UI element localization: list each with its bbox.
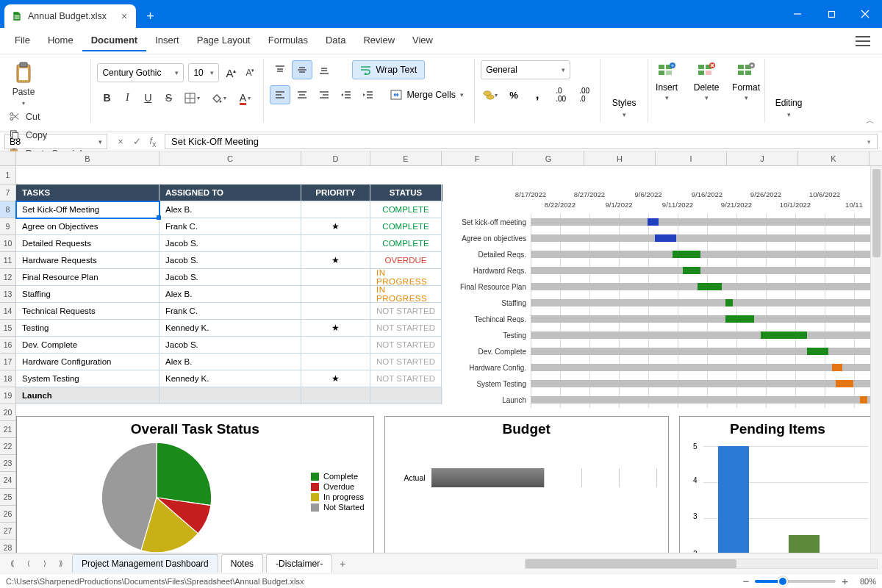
font-family-dropdown[interactable]: Century Gothic▾ — [97, 63, 184, 82]
document-tab[interactable]: Annual Budget.xlsx × — [4, 4, 136, 28]
menu-document[interactable]: Document — [82, 30, 147, 51]
row-header-1[interactable]: 1 — [0, 166, 16, 184]
underline-button[interactable]: U — [138, 88, 157, 107]
increase-decimal-button[interactable]: .0.00 — [551, 85, 570, 104]
accept-formula-button[interactable]: ✓ — [129, 136, 144, 147]
strikethrough-button[interactable]: S — [159, 88, 178, 107]
decrease-font-button[interactable]: A▾ — [243, 68, 257, 78]
row-header-16[interactable]: 16 — [0, 337, 16, 354]
tab-close-icon[interactable]: × — [121, 10, 127, 22]
percent-button[interactable]: % — [504, 85, 523, 104]
table-row[interactable]: Dev. CompleteJacob S.NOT STARTED — [16, 337, 442, 354]
table-row[interactable]: System TestingKennedy K.★NOT STARTED — [16, 370, 442, 387]
col-header-J[interactable]: J — [727, 151, 798, 165]
horizontal-scrollbar[interactable] — [525, 559, 878, 569]
collapse-ribbon-button[interactable]: ︿ — [866, 115, 875, 127]
sheet-tab[interactable]: Notes — [221, 554, 263, 573]
row-header-22[interactable]: 22 — [0, 438, 16, 455]
copy-button[interactable]: Copy — [9, 129, 82, 140]
vertical-scrollbar[interactable] — [870, 166, 882, 553]
row-header-14[interactable]: 14 — [0, 303, 16, 320]
row-header-23[interactable]: 23 — [0, 455, 16, 472]
increase-indent-button[interactable] — [358, 85, 379, 104]
row-header-8[interactable]: 8 — [0, 201, 16, 218]
col-header-D[interactable]: D — [301, 151, 370, 165]
bold-button[interactable]: B — [97, 88, 116, 107]
menu-file[interactable]: File — [6, 30, 39, 51]
sheet-nav-prev[interactable]: ⟨ — [21, 556, 37, 572]
menu-view[interactable]: View — [404, 30, 442, 51]
maximize-button[interactable] — [814, 0, 848, 28]
table-row[interactable]: Hardware RequestsJacob S.★OVERDUE — [16, 252, 442, 269]
currency-button[interactable]: ▾ — [481, 85, 500, 104]
col-header-I[interactable]: I — [656, 151, 727, 165]
col-header-F[interactable]: F — [442, 151, 513, 165]
increase-font-button[interactable]: A▴ — [223, 67, 238, 79]
decrease-indent-button[interactable] — [336, 85, 356, 104]
number-format-dropdown[interactable]: General▾ — [481, 60, 570, 79]
sheet-tab[interactable]: Project Management Dashboard — [72, 554, 218, 573]
col-header-E[interactable]: E — [370, 151, 442, 165]
table-row[interactable]: Detailed RequestsJacob S.COMPLETE — [16, 235, 442, 252]
borders-button[interactable]: ▾ — [179, 88, 204, 107]
col-header-G[interactable]: G — [513, 151, 584, 165]
delete-cells-button[interactable]: Delete▾ — [688, 62, 725, 127]
table-row[interactable]: Agree on ObjectivesFrank C.★COMPLETE — [16, 218, 442, 235]
table-row[interactable]: Technical RequestsFrank C.NOT STARTED — [16, 303, 442, 320]
row-header-13[interactable]: 13 — [0, 286, 16, 303]
zoom-slider[interactable] — [755, 580, 836, 583]
italic-button[interactable]: I — [118, 88, 137, 107]
menu-insert[interactable]: Insert — [146, 30, 188, 51]
row-header-15[interactable]: 15 — [0, 320, 16, 337]
font-size-dropdown[interactable]: 10▾ — [188, 63, 219, 82]
sheet-nav-last[interactable]: ⟫ — [53, 556, 69, 572]
cut-button[interactable]: Cut — [9, 111, 82, 122]
select-all-corner[interactable] — [0, 151, 16, 165]
col-header-B[interactable]: B — [16, 151, 159, 165]
minimize-button[interactable] — [781, 0, 814, 28]
menu-review[interactable]: Review — [354, 30, 404, 51]
zoom-in-button[interactable]: + — [842, 575, 848, 587]
col-header-H[interactable]: H — [584, 151, 656, 165]
row-header-11[interactable]: 11 — [0, 252, 16, 269]
row-header-17[interactable]: 17 — [0, 354, 16, 370]
fill-color-button[interactable]: ▾ — [206, 88, 231, 107]
fx-button[interactable]: fx — [146, 135, 160, 148]
row-header-12[interactable]: 12 — [0, 269, 16, 286]
paste-button[interactable]: Paste ▾ — [6, 57, 41, 107]
row-header-19[interactable]: 19 — [0, 387, 16, 404]
align-left-button[interactable] — [270, 85, 290, 104]
row-header-27[interactable]: 27 — [0, 523, 16, 539]
table-row[interactable]: Set Kick-Off MeetingAlex B.COMPLETE — [16, 201, 442, 218]
decrease-decimal-button[interactable]: .00.0 — [575, 85, 594, 104]
align-center-button[interactable] — [292, 85, 312, 104]
row-header-10[interactable]: 10 — [0, 235, 16, 252]
wrap-text-button[interactable]: Wrap Text — [352, 60, 425, 79]
formula-input[interactable]: Set Kick-Off Meeting▾ — [165, 134, 878, 149]
new-tab-button[interactable]: + — [136, 4, 165, 28]
row-header-24[interactable]: 24 — [0, 472, 16, 489]
font-color-button[interactable]: A▾ — [232, 88, 257, 107]
align-middle-button[interactable] — [292, 60, 312, 79]
sheet-nav-next[interactable]: ⟩ — [37, 556, 53, 572]
format-cells-button[interactable]: Format▾ — [728, 62, 764, 127]
styles-button[interactable]: Styles▾ — [600, 54, 648, 127]
row-header-20[interactable]: 20 — [0, 404, 16, 421]
col-header-C[interactable]: C — [159, 151, 301, 165]
add-sheet-button[interactable]: + — [332, 555, 353, 573]
row-header-25[interactable]: 25 — [0, 489, 16, 506]
col-header-K[interactable]: K — [798, 151, 870, 165]
editing-button[interactable]: Editing▾ — [765, 54, 812, 127]
table-row[interactable]: TestingKennedy K.★NOT STARTED — [16, 320, 442, 337]
align-bottom-button[interactable] — [314, 60, 334, 79]
comma-button[interactable]: , — [528, 85, 547, 104]
table-row-launch[interactable]: Launch — [16, 387, 442, 404]
row-header-7[interactable]: 7 — [0, 184, 16, 201]
hamburger-icon[interactable] — [856, 36, 870, 46]
table-row[interactable]: Hardware ConfigurationAlex B.NOT STARTED — [16, 354, 442, 370]
table-row[interactable]: Final Resource PlanJacob S.IN PROGRESS — [16, 269, 442, 286]
menu-page-layout[interactable]: Page Layout — [188, 30, 259, 51]
zoom-out-button[interactable]: − — [742, 575, 749, 587]
align-right-button[interactable] — [314, 85, 334, 104]
cancel-formula-button[interactable]: × — [113, 136, 128, 147]
